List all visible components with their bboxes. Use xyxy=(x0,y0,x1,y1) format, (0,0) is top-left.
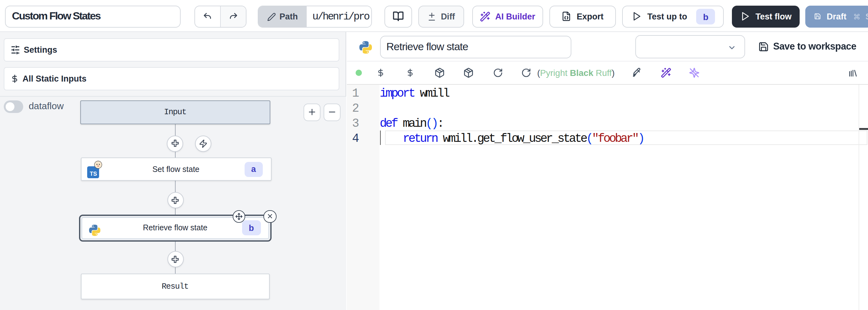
svg-text:TS: TS xyxy=(89,171,97,177)
